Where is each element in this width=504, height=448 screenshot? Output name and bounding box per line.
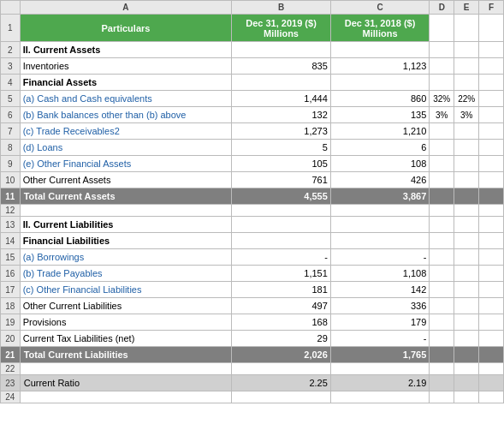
row-num-9: 9 [1, 156, 21, 172]
cell-c-17: 142 [330, 282, 430, 298]
row-num-15: 15 [1, 249, 21, 266]
cell-a-2: II. Current Assets [20, 42, 232, 58]
cell-e-4 [454, 75, 479, 91]
row-3: 3Inventories8351,123 [1, 58, 504, 75]
col-c-header: C [330, 1, 430, 15]
cell-e-3 [454, 58, 479, 75]
cell-c-9: 108 [330, 156, 430, 172]
cell-b-16: 1,151 [232, 266, 331, 282]
col-f-header: F [479, 1, 504, 15]
row-num-21: 21 [1, 347, 21, 363]
particulars-header: Particulars [20, 15, 232, 42]
cell-a-11: Total Current Assets [20, 188, 232, 205]
cell-b-24 [232, 391, 331, 403]
cell-a-7: (c) Trade Receivables2 [20, 123, 232, 140]
cell-e-19 [454, 314, 479, 331]
cell-a-4: Financial Assets [20, 75, 232, 91]
cell-a-6: (b) Bank balances other than (b) above [20, 107, 232, 123]
cell-b-5: 1,444 [232, 91, 331, 107]
row-4: 4Financial Assets [1, 75, 504, 91]
cell-e-7 [454, 123, 479, 140]
cell-b-12 [232, 205, 331, 217]
cell-d-5: 32% [430, 91, 454, 107]
cell-d-9 [430, 156, 454, 172]
row-num-16: 16 [1, 266, 21, 282]
row-num-18: 18 [1, 298, 21, 314]
corner-cell [1, 1, 21, 15]
cell-e-24 [454, 391, 479, 403]
cell-a-8: (d) Loans [20, 140, 232, 156]
row-num-5: 5 [1, 91, 21, 107]
row-9: 9(e) Other Financial Assets105108 [1, 156, 504, 172]
cell-a-12 [20, 205, 232, 217]
cell-f-20 [479, 331, 504, 347]
cell-b-2 [232, 42, 331, 58]
row-8: 8(d) Loans56 [1, 140, 504, 156]
row-num-12: 12 [1, 205, 21, 217]
col-header-row: A B C D E F [1, 1, 504, 15]
cell-e-2 [454, 42, 479, 58]
row-15: 15(a) Borrowings-- [1, 249, 504, 266]
cell-b-19: 168 [232, 314, 331, 331]
row-1: 1 Particulars Dec 31, 2019 ($)Millions D… [1, 15, 504, 42]
cell-b-21: 2,026 [232, 347, 331, 363]
cell-b-6: 132 [232, 107, 331, 123]
col-d-header: D [430, 1, 454, 15]
row-num-3: 3 [1, 58, 21, 75]
table-body: 1 Particulars Dec 31, 2019 ($)Millions D… [1, 15, 504, 403]
cell-f-23 [479, 375, 504, 391]
cell-e-18 [454, 298, 479, 314]
cell-a-18: Other Current Liabilities [20, 298, 232, 314]
cell-f-24 [479, 391, 504, 403]
col-e-r1 [454, 15, 479, 42]
cell-d-22 [430, 363, 454, 375]
cell-b-15: - [232, 249, 331, 266]
cell-d-16 [430, 266, 454, 282]
cell-c-10: 426 [330, 172, 430, 188]
row-num-13: 13 [1, 217, 21, 233]
cell-c-5: 860 [330, 91, 430, 107]
cell-d-21 [430, 347, 454, 363]
row-num-20: 20 [1, 331, 21, 347]
cell-f-13 [479, 217, 504, 233]
cell-c-18: 336 [330, 298, 430, 314]
cell-e-22 [454, 363, 479, 375]
cell-c-13 [330, 217, 430, 233]
cell-c-16: 1,108 [330, 266, 430, 282]
cell-f-9 [479, 156, 504, 172]
cell-c-2 [330, 42, 430, 58]
cell-e-6: 3% [454, 107, 479, 123]
col-b-header-label: Dec 31, 2019 ($)Millions [232, 15, 331, 42]
cell-d-23 [430, 375, 454, 391]
cell-f-12 [479, 205, 504, 217]
row-13: 13II. Current Liabilities [1, 217, 504, 233]
cell-e-23 [454, 375, 479, 391]
cell-e-9 [454, 156, 479, 172]
row-num-24: 24 [1, 391, 21, 403]
row-num-17: 17 [1, 282, 21, 298]
cell-e-5: 22% [454, 91, 479, 107]
row-20: 20Current Tax Liabilities (net)29- [1, 331, 504, 347]
row-num-7: 7 [1, 123, 21, 140]
col-b-header: B [232, 1, 331, 15]
cell-a-17: (c) Other Financial Liabilities [20, 282, 232, 298]
cell-f-21 [479, 347, 504, 363]
row-11: 11Total Current Assets4,5553,867 [1, 188, 504, 205]
cell-c-11: 3,867 [330, 188, 430, 205]
cell-f-4 [479, 75, 504, 91]
cell-f-3 [479, 58, 504, 75]
cell-d-11 [430, 188, 454, 205]
row-10: 10Other Current Assets761426 [1, 172, 504, 188]
cell-b-20: 29 [232, 331, 331, 347]
cell-d-6: 3% [430, 107, 454, 123]
cell-a-14: Financial Liabilities [20, 233, 232, 249]
row-num-23: 23 [1, 375, 21, 391]
row-18: 18Other Current Liabilities497336 [1, 298, 504, 314]
cell-d-2 [430, 42, 454, 58]
cell-a-21: Total Current Liabilities [20, 347, 232, 363]
cell-c-20: - [330, 331, 430, 347]
cell-f-2 [479, 42, 504, 58]
cell-c-24 [330, 391, 430, 403]
row-num-6: 6 [1, 107, 21, 123]
cell-e-21 [454, 347, 479, 363]
